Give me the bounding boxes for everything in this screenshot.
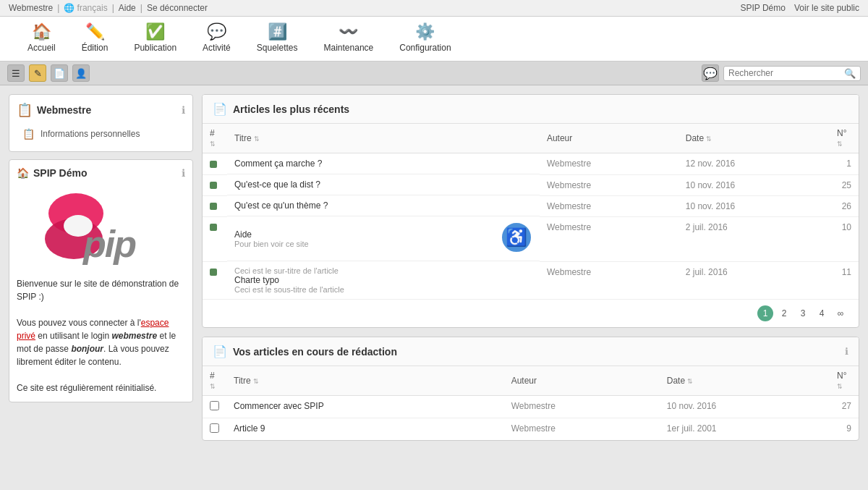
sidebar-webmestre-header: 📋 Webmestre ℹ — [17, 102, 185, 118]
page-3-btn[interactable]: 3 — [795, 305, 811, 321]
search-icon[interactable]: 🔍 — [844, 68, 856, 79]
page-1-btn[interactable]: 1 — [757, 305, 773, 321]
accueil-icon: 🏠 — [32, 24, 51, 40]
status-dot — [210, 203, 217, 210]
nav-configuration[interactable]: ⚙️ Configuration — [386, 17, 464, 61]
table-cell-num: 26 — [830, 195, 859, 216]
th-num: N° ⇅ — [830, 124, 859, 153]
row-checkbox[interactable] — [210, 401, 219, 410]
toolbar-left: ☰ ✎ 📄 👤 — [7, 64, 90, 82]
toolbar-icon-3[interactable]: 📄 — [51, 64, 68, 82]
table-row: Article 9 Webmestre 1er juil. 2001 9 — [203, 418, 859, 441]
drafts-th-num: N° ⇅ — [830, 366, 859, 396]
toolbar-icon-2[interactable]: ✎ — [29, 64, 46, 82]
search-box: 🔍 — [723, 66, 861, 81]
nav-configuration-label: Configuration — [399, 43, 451, 53]
table-cell-num: 10 — [830, 216, 859, 261]
nav-accueil[interactable]: 🏠 Accueil — [14, 17, 69, 61]
separator3: | — [140, 3, 142, 13]
squelettes-icon: #️⃣ — [268, 24, 287, 40]
table-cell-title: Article 9 — [226, 418, 504, 441]
nav-edition[interactable]: ✏️ Édition — [69, 17, 122, 61]
table-cell-title: Qu'est-ce que la dist ? — [227, 174, 540, 195]
nav-maintenance[interactable]: 〰️ Maintenance — [311, 17, 387, 61]
site-desc-p1: Bienvenue sur le site de démonstration d… — [17, 277, 185, 303]
title-content: Qu'est-ce que la dist ? — [234, 179, 532, 190]
drafts-panel-info-icon[interactable]: ℹ — [845, 346, 848, 357]
article-subtitle: Pour bien voir ce site — [234, 240, 489, 248]
nav-squelettes-label: Squelettes — [257, 43, 298, 53]
activite-icon: 💬 — [207, 24, 226, 40]
drafts-date-sort: ⇅ — [687, 378, 693, 385]
separator: | — [57, 3, 59, 13]
lang-link[interactable]: 🌐 français — [64, 3, 107, 13]
toolbar-icon-4[interactable]: 👤 — [72, 64, 90, 82]
svg-text:pip: pip — [82, 223, 136, 265]
article-title: Comment ça marche ? — [234, 159, 322, 169]
page-2-btn[interactable]: 2 — [776, 305, 792, 321]
title-content: Comment ça marche ? — [234, 159, 532, 169]
hash-sort-arrows[interactable]: ⇅ — [210, 140, 216, 148]
articles-panel: 📄 Articles les plus récents # ⇅ Titre ⇅ — [202, 94, 859, 328]
site-description: Bienvenue sur le site de démonstration d… — [17, 277, 185, 394]
table-cell-num: 1 — [830, 153, 859, 175]
articles-table: # ⇅ Titre ⇅ Auteur Date ⇅ — [203, 124, 859, 299]
table-cell-author: Webmestre — [540, 216, 678, 261]
articles-pagination: 1 2 3 4 ∞ — [203, 299, 859, 327]
table-row: Qu'est-ce que la dist ? Webmestre 10 nov… — [203, 174, 859, 195]
nav-publication[interactable]: ✅ Publication — [121, 17, 190, 61]
table-cell-status — [203, 153, 227, 175]
sidebar: 📋 Webmestre ℹ 📋 Informations personnelle… — [9, 94, 193, 410]
article-title: Qu'est ce qu'un thème ? — [234, 200, 328, 211]
sidebar-webmestre-section: 📋 Webmestre ℹ 📋 Informations personnelle… — [9, 94, 193, 152]
row-checkbox[interactable] — [210, 423, 219, 433]
page-4-btn[interactable]: 4 — [814, 305, 830, 321]
th-title[interactable]: Titre ⇅ — [227, 124, 540, 153]
articles-table-header-row: # ⇅ Titre ⇅ Auteur Date ⇅ — [203, 124, 859, 153]
nav-activite[interactable]: 💬 Activité — [190, 17, 244, 61]
webmestre-info-icon[interactable]: ℹ — [182, 104, 185, 116]
drafts-th-date[interactable]: Date ⇅ — [660, 366, 830, 396]
article-title: Aide — [234, 229, 252, 240]
table-cell-date: 2 juil. 2016 — [678, 261, 830, 299]
table-cell-status — [203, 195, 227, 216]
demo-link[interactable]: SPIP Démo — [740, 3, 785, 13]
separator2: | — [112, 3, 114, 13]
toolbar-icon-1[interactable]: ☰ — [7, 64, 25, 82]
publication-icon: ✅ — [145, 24, 165, 40]
view-site-link[interactable]: Voir le site public — [794, 3, 859, 13]
personal-info-link[interactable]: 📋 Informations personnelles — [17, 124, 185, 144]
nav-accueil-label: Accueil — [27, 43, 56, 53]
th-date[interactable]: Date ⇅ — [678, 124, 830, 153]
drafts-th-title[interactable]: Titre ⇅ — [226, 366, 504, 396]
table-cell-date: 10 nov. 2016 — [678, 174, 830, 195]
sidebar-site-header: 🏠 SPIP Démo ℹ — [17, 167, 185, 179]
th-hash: # ⇅ — [203, 124, 227, 153]
nav-publication-label: Publication — [134, 43, 176, 53]
logout-link[interactable]: Se déconnecter — [147, 3, 208, 13]
drafts-table: # ⇅ Titre ⇅ Auteur Date ⇅ — [203, 366, 859, 440]
article-subtitle: Ceci est le sous-titre de l'article — [234, 285, 532, 294]
chat-icon[interactable]: 💬 — [702, 64, 719, 82]
site-name-link[interactable]: Webmestre — [9, 3, 53, 13]
drafts-panel-icon: 📄 — [213, 345, 227, 358]
nav-edition-label: Édition — [82, 43, 109, 53]
table-cell-author: Webmestre — [540, 195, 678, 216]
page-inf-btn[interactable]: ∞ — [833, 305, 848, 321]
table-cell-title: Ceci est le sur-titre de l'articleCharte… — [227, 261, 540, 299]
table-cell-num: 9 — [830, 418, 859, 441]
help-link[interactable]: Aide — [119, 3, 136, 13]
spip-logo-svg: pip — [36, 188, 166, 268]
search-input[interactable] — [728, 68, 844, 78]
site-info-icon[interactable]: ℹ — [182, 167, 185, 179]
nav-squelettes[interactable]: #️⃣ Squelettes — [244, 17, 311, 61]
drafts-num-sort[interactable]: ⇅ — [837, 383, 843, 390]
drafts-hash-sort[interactable]: ⇅ — [210, 383, 216, 390]
num-sort-arrows[interactable]: ⇅ — [837, 140, 843, 148]
table-cell-num: 27 — [830, 396, 859, 418]
table-row: Qu'est ce qu'un thème ? Webmestre 10 nov… — [203, 195, 859, 216]
lang-icon: 🌐 — [64, 3, 75, 13]
nav-maintenance-label: Maintenance — [324, 43, 374, 53]
table-row: Commencer avec SPIP Webmestre 10 nov. 20… — [203, 396, 859, 418]
drafts-th-hash: # ⇅ — [203, 366, 226, 396]
